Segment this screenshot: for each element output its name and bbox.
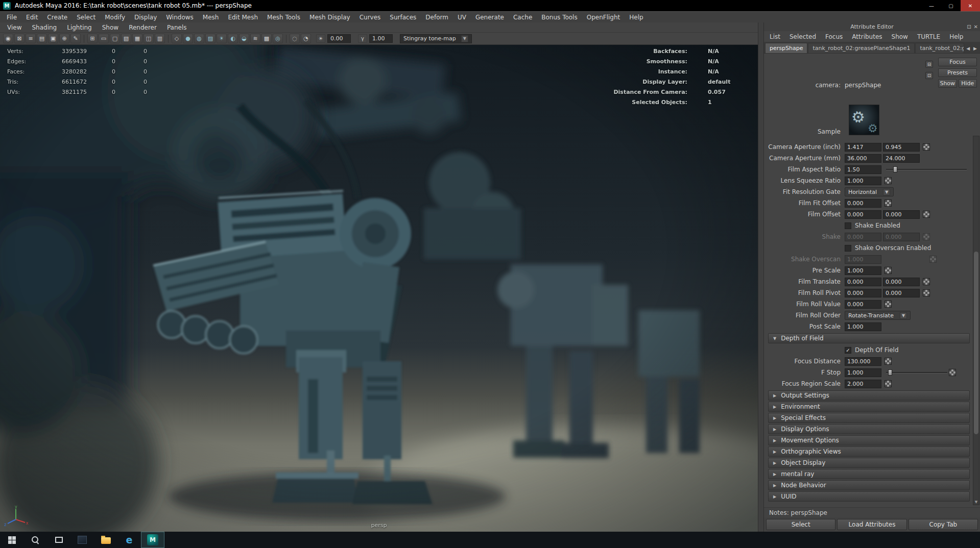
- smooth-shade-icon[interactable]: ●: [183, 34, 193, 43]
- shake-overscan-enabled-checkbox[interactable]: [845, 245, 851, 252]
- shake-x-field[interactable]: 0.000: [845, 233, 881, 241]
- texture-map-button[interactable]: [923, 211, 930, 218]
- section-header[interactable]: ▶ Node Behavior: [768, 480, 970, 490]
- post-scale-field[interactable]: 1.000: [845, 322, 881, 331]
- toolbar-separator[interactable]: [84, 35, 84, 43]
- film-roll-pivot-y-field[interactable]: 0.000: [883, 289, 920, 297]
- menu-item[interactable]: File: [2, 12, 21, 22]
- menu-item[interactable]: Select: [72, 12, 100, 22]
- select-camera-icon[interactable]: ◉: [3, 34, 13, 43]
- menu-item[interactable]: Surfaces: [385, 12, 421, 22]
- texture-map-button[interactable]: [885, 177, 892, 184]
- grease-pencil-icon[interactable]: ✎: [70, 34, 81, 43]
- menu-item[interactable]: Cache: [509, 12, 537, 22]
- tab-overflow[interactable]: tank_robot_02:gr: [915, 43, 964, 53]
- panel-menu-item[interactable]: Show: [97, 24, 124, 31]
- camera-attributes-icon[interactable]: ≡: [26, 34, 36, 43]
- menu-item[interactable]: Modify: [100, 12, 130, 22]
- section-header[interactable]: ▶ Movement Options: [768, 435, 970, 445]
- notes-section[interactable]: Notes: perspShape: [764, 507, 980, 517]
- aperture-inch-y-field[interactable]: 0.945: [883, 143, 920, 152]
- menu-item[interactable]: Edit Mesh: [223, 12, 262, 22]
- film-offset-y-field[interactable]: 0.000: [883, 210, 920, 219]
- slider-handle[interactable]: [888, 369, 892, 376]
- ae-menu-item[interactable]: List: [765, 33, 785, 40]
- tabs-scroll-left-icon[interactable]: ◀: [965, 45, 971, 52]
- lens-squeeze-field[interactable]: 1.000: [845, 177, 881, 185]
- gamma-field[interactable]: 1.00: [369, 34, 393, 43]
- textured-icon[interactable]: ▨: [205, 34, 216, 43]
- menu-item[interactable]: Curves: [355, 12, 386, 22]
- menu-item[interactable]: Create: [42, 12, 72, 22]
- ae-menu-item[interactable]: Help: [945, 33, 968, 40]
- film-fit-offset-field[interactable]: 0.000: [845, 199, 881, 208]
- texture-map-button[interactable]: [885, 267, 892, 274]
- scrollbar-thumb[interactable]: [974, 252, 978, 434]
- field-chart-icon[interactable]: ▦: [132, 34, 142, 43]
- panel-menu-item[interactable]: Renderer: [124, 24, 162, 31]
- ae-menu-item[interactable]: Focus: [821, 33, 847, 40]
- lock-camera-icon[interactable]: ⊠: [14, 34, 25, 43]
- film-offset-x-field[interactable]: 0.000: [845, 210, 881, 219]
- texture-map-button[interactable]: [923, 278, 930, 285]
- shake-y-field[interactable]: 0.000: [883, 233, 920, 241]
- safe-title-icon[interactable]: ▥: [155, 34, 165, 43]
- menu-item[interactable]: Mesh Display: [305, 12, 355, 22]
- safe-action-icon[interactable]: ◫: [144, 34, 154, 43]
- section-header[interactable]: ▶ UUID: [768, 491, 970, 502]
- shake-overscan-field[interactable]: 1.000: [845, 255, 881, 264]
- aperture-inch-x-field[interactable]: 1.417: [845, 143, 881, 152]
- edge-browser-button[interactable]: e: [117, 532, 141, 548]
- menu-item[interactable]: Display: [130, 12, 161, 22]
- menu-item[interactable]: UV: [453, 12, 471, 22]
- texture-map-button[interactable]: [885, 380, 892, 387]
- select-button[interactable]: Select: [766, 519, 835, 530]
- start-button[interactable]: [0, 532, 23, 548]
- load-attributes-button[interactable]: Load Attributes: [837, 519, 906, 530]
- two-d-pan-zoom-icon[interactable]: ⊕: [59, 34, 69, 43]
- focus-button[interactable]: Focus: [938, 58, 977, 66]
- section-header[interactable]: ▶ Special Effects: [768, 413, 970, 423]
- file-explorer-button[interactable]: [94, 532, 117, 548]
- section-header[interactable]: ▶ Display Options: [768, 424, 970, 434]
- tab-perspShape[interactable]: perspShape: [765, 43, 807, 53]
- section-header[interactable]: ▶ Orthographic Views: [768, 446, 970, 457]
- panel-menu-item[interactable]: Lighting: [62, 24, 97, 31]
- close-button[interactable]: ✕: [961, 0, 980, 11]
- copy-tab-button[interactable]: Copy Tab: [909, 519, 978, 530]
- film-roll-value-field[interactable]: 0.000: [845, 300, 881, 309]
- exposure-icon[interactable]: ☀: [316, 34, 325, 43]
- gate-mask-icon[interactable]: ▧: [121, 34, 131, 43]
- resolution-gate-icon[interactable]: ▢: [110, 34, 120, 43]
- tabs-scroll-right-icon[interactable]: ▶: [972, 45, 978, 52]
- wireframe-on-shaded-icon[interactable]: ◍: [194, 34, 204, 43]
- node-list-icon[interactable]: ⊟: [925, 61, 933, 68]
- tab-greasePlaneShape1[interactable]: tank_robot_02:greasePlaneShape1: [808, 43, 915, 53]
- texture-map-button[interactable]: [923, 233, 930, 240]
- panel-divider[interactable]: [758, 22, 764, 532]
- section-header[interactable]: ▶ Environment: [768, 402, 970, 412]
- motion-blur-icon[interactable]: ≋: [250, 34, 260, 43]
- aperture-mm-y-field[interactable]: 24.000: [883, 154, 920, 163]
- isolate-select-icon[interactable]: ◌: [290, 34, 300, 43]
- section-header[interactable]: ▶ Object Display: [768, 458, 970, 468]
- panel-menu-item[interactable]: Shading: [27, 24, 62, 31]
- slider-handle[interactable]: [893, 166, 897, 172]
- menu-item[interactable]: Deform: [421, 12, 453, 22]
- show-button[interactable]: Show: [938, 79, 957, 88]
- texture-map-button[interactable]: [885, 200, 892, 207]
- shadows-icon[interactable]: ◐: [228, 34, 238, 43]
- menu-item[interactable]: Bonus Tools: [537, 12, 582, 22]
- texture-map-button[interactable]: [929, 256, 937, 263]
- tonemap-dropdown[interactable]: Stingray tone-map ▼: [400, 34, 472, 43]
- texture-map-button[interactable]: [923, 289, 930, 296]
- maximize-button[interactable]: ▢: [941, 0, 961, 11]
- toolbar-separator[interactable]: [286, 35, 286, 43]
- wireframe-icon[interactable]: ◇: [172, 34, 182, 43]
- section-header[interactable]: ▶ Output Settings: [768, 390, 970, 401]
- app-window-button[interactable]: [70, 532, 94, 548]
- texture-map-button[interactable]: [923, 143, 930, 151]
- film-aspect-field[interactable]: 1.50: [845, 165, 881, 174]
- film-translate-y-field[interactable]: 0.000: [883, 278, 920, 286]
- close-panel-icon[interactable]: ✕: [974, 24, 978, 30]
